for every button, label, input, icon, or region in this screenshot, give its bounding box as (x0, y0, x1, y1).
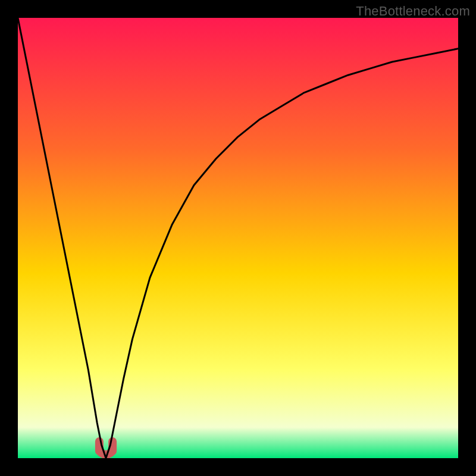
bottleneck-chart (18, 18, 458, 458)
attribution-text: TheBottleneck.com (356, 4, 470, 19)
gradient-background (18, 18, 458, 458)
plot-frame (18, 18, 458, 458)
